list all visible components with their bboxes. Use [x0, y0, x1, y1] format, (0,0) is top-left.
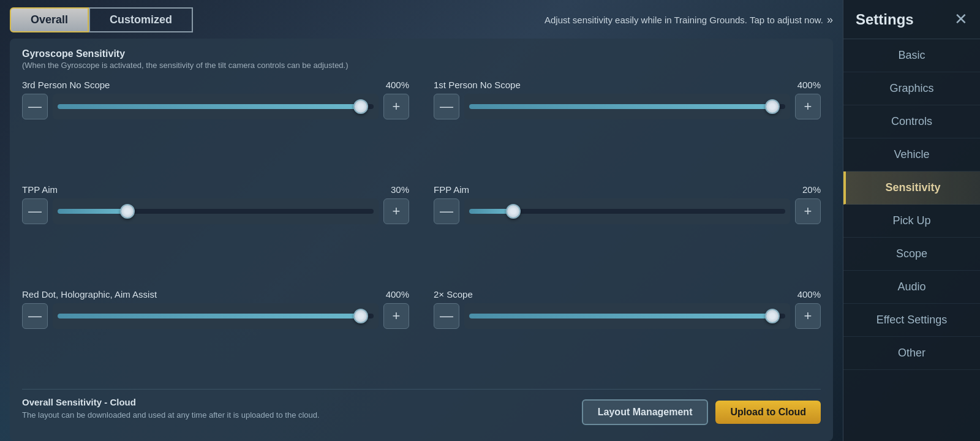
slider-minus-2x-scope[interactable]: —: [434, 303, 459, 329]
bottom-bar: Overall Sensitivity - Cloud The layout c…: [22, 389, 821, 431]
tab-customized[interactable]: Customized: [89, 7, 193, 32]
slider-label-2x-scope: 2× Scope: [434, 289, 473, 301]
slider-label-fpp-aim: FPP Aim: [434, 184, 469, 196]
slider-track-tpp-aim[interactable]: [53, 198, 379, 224]
slider-minus-fpp-aim[interactable]: —: [434, 198, 459, 224]
slider-value-1st-person-no-scope: 400%: [797, 80, 821, 90]
sliders-grid: 3rd Person No Scope400%—+1st Person No S…: [22, 80, 821, 383]
slider-plus-3rd-person-no-scope[interactable]: +: [383, 94, 409, 119]
slider-minus-1st-person-no-scope[interactable]: —: [434, 94, 459, 119]
slider-track-fpp-aim[interactable]: [464, 198, 790, 224]
sidebar-item-audio[interactable]: Audio: [843, 271, 980, 304]
training-notice[interactable]: Adjust sensitivity easily while in Train…: [545, 13, 833, 26]
slider-label-1st-person-no-scope: 1st Person No Scope: [434, 80, 521, 91]
sidebar-item-scope[interactable]: Scope: [843, 238, 980, 271]
close-button[interactable]: ✕: [954, 10, 968, 29]
slider-thumb-tpp-aim[interactable]: [120, 204, 135, 219]
slider-minus-tpp-aim[interactable]: —: [22, 198, 48, 224]
sidebar-item-basic[interactable]: Basic: [843, 39, 980, 72]
gyroscope-subtitle: (When the Gyroscope is activated, the se…: [22, 61, 821, 70]
slider-label-red-dot: Red Dot, Holographic, Aim Assist: [22, 289, 157, 301]
slider-track-1st-person-no-scope[interactable]: [464, 94, 790, 119]
sidebar-title: Settings: [856, 11, 914, 28]
slider-value-tpp-aim: 30%: [391, 184, 409, 195]
main-container: Overall Customized Adjust sensitivity ea…: [0, 0, 980, 441]
tab-overall[interactable]: Overall: [10, 7, 89, 32]
gyroscope-title: Gyroscope Sensitivity: [22, 48, 821, 59]
cloud-info: Overall Sensitivity - Cloud The layout c…: [22, 397, 320, 421]
sidebar-nav: BasicGraphicsControlsVehicleSensitivityP…: [843, 39, 980, 441]
cloud-title: Overall Sensitivity - Cloud: [22, 397, 320, 407]
slider-track-red-dot[interactable]: [53, 303, 379, 329]
sidebar-item-effect-settings[interactable]: Effect Settings: [843, 304, 980, 337]
slider-label-tpp-aim: TPP Aim: [22, 184, 58, 196]
layout-management-button[interactable]: Layout Management: [582, 399, 709, 425]
training-notice-arrow: »: [827, 13, 833, 26]
sidebar-header: Settings ✕: [843, 0, 980, 39]
slider-thumb-2x-scope[interactable]: [765, 309, 780, 323]
slider-minus-3rd-person-no-scope[interactable]: —: [22, 94, 48, 119]
slider-group-2x-scope: 2× Scope400%—+: [434, 289, 821, 383]
sidebar-item-sensitivity[interactable]: Sensitivity: [843, 172, 980, 205]
settings-panel: Gyroscope Sensitivity (When the Gyroscop…: [10, 39, 833, 441]
slider-plus-tpp-aim[interactable]: +: [383, 198, 409, 224]
upload-to-cloud-button[interactable]: Upload to Cloud: [715, 401, 821, 424]
slider-plus-fpp-aim[interactable]: +: [795, 198, 821, 224]
cloud-desc: The layout can be downloaded and used at…: [22, 410, 320, 421]
content-area: Overall Customized Adjust sensitivity ea…: [0, 0, 843, 441]
slider-thumb-3rd-person-no-scope[interactable]: [353, 99, 368, 114]
sidebar: Settings ✕ BasicGraphicsControlsVehicleS…: [843, 0, 980, 441]
slider-group-1st-person-no-scope: 1st Person No Scope400%—+: [434, 80, 821, 173]
sidebar-item-controls[interactable]: Controls: [843, 105, 980, 138]
sidebar-item-vehicle[interactable]: Vehicle: [843, 138, 980, 172]
slider-thumb-red-dot[interactable]: [353, 309, 368, 323]
slider-plus-1st-person-no-scope[interactable]: +: [795, 94, 821, 119]
training-notice-text: Adjust sensitivity easily while in Train…: [545, 15, 823, 25]
slider-minus-red-dot[interactable]: —: [22, 303, 48, 329]
slider-value-fpp-aim: 20%: [802, 184, 821, 195]
slider-group-tpp-aim: TPP Aim30%—+: [22, 184, 409, 278]
slider-group-fpp-aim: FPP Aim20%—+: [434, 184, 821, 278]
slider-group-3rd-person-no-scope: 3rd Person No Scope400%—+: [22, 80, 409, 173]
slider-value-3rd-person-no-scope: 400%: [386, 80, 409, 90]
slider-value-2x-scope: 400%: [797, 289, 821, 300]
slider-plus-2x-scope[interactable]: +: [795, 303, 821, 329]
tabs-row: Overall Customized Adjust sensitivity ea…: [10, 7, 833, 32]
slider-track-3rd-person-no-scope[interactable]: [53, 94, 379, 119]
slider-group-red-dot: Red Dot, Holographic, Aim Assist400%—+: [22, 289, 409, 383]
sidebar-item-graphics[interactable]: Graphics: [843, 72, 980, 105]
slider-thumb-fpp-aim[interactable]: [506, 204, 521, 219]
sidebar-item-other[interactable]: Other: [843, 337, 980, 370]
slider-thumb-1st-person-no-scope[interactable]: [765, 99, 780, 114]
slider-track-2x-scope[interactable]: [464, 303, 790, 329]
sidebar-item-pickup[interactable]: Pick Up: [843, 205, 980, 238]
slider-label-3rd-person-no-scope: 3rd Person No Scope: [22, 80, 110, 91]
bottom-actions: Layout Management Upload to Cloud: [582, 399, 821, 425]
slider-plus-red-dot[interactable]: +: [383, 303, 409, 329]
slider-value-red-dot: 400%: [386, 289, 409, 300]
